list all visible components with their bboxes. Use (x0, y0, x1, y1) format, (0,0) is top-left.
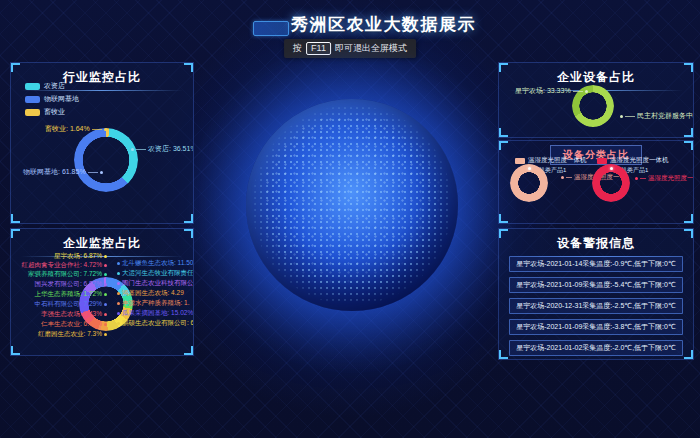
panel-enterprise-device: 企业设备占比 星宇农场: 33.33% 民主村党群服务中心: (498, 62, 694, 138)
legend-label: 物联网基地 (44, 94, 79, 104)
ent-label-left: 星宇农场: 6.87% (54, 252, 107, 261)
legend-swatch (597, 158, 607, 164)
legend-swatch (25, 109, 40, 116)
callout-xingyu-farm: 星宇农场: 33.33% (515, 86, 588, 96)
legend-item-nongzidian[interactable]: 农资店 (25, 81, 79, 91)
panel-device-alarms: 设备警报信息 星宇农场-2021-01-14采集温度:-0.9℃,低于下限:0℃… (498, 228, 694, 360)
alarm-row: 星宇农场-2021-01-09采集温度:-3.8℃,低于下限:0℃ (509, 319, 683, 335)
dashboard: 秀洲区农业大数据展示 按 F11 即可退出全屏模式 行业监控占比 农资店 物联网… (0, 0, 700, 438)
brand-logo (253, 21, 289, 36)
alarm-row: 星宇农场-2020-12-31采集温度:-2.5℃,低于下限:0℃ (509, 298, 683, 314)
industry-donut-chart[interactable] (74, 128, 138, 192)
page-title: 秀洲区农业大数据展示 (291, 13, 476, 36)
callout-minzhu-center: 民主村党群服务中心: (620, 111, 694, 121)
legend-label: 温湿度光照度一体机 (610, 156, 669, 165)
ent-label-left: 仁丰生态农业: 6.44% (41, 320, 107, 329)
alarm-list: 星宇农场-2021-01-14采集温度:-0.9℃,低于下限:0℃ 星宇农场-2… (509, 256, 683, 360)
legend-swatch (515, 158, 525, 164)
ent-label-left: 家骐养殖有限公司: 7.72% (28, 270, 107, 279)
legend-label: 畜牧业 (44, 107, 65, 117)
ent-label-left: 中石科有限公司: 7.29% (34, 300, 107, 309)
legend-swatch (25, 83, 40, 90)
panel-alarm-title: 设备警报信息 (499, 235, 693, 257)
ent-label-right: 北斗鳜鱼生态农场: 11.50% (117, 259, 194, 268)
ent-label-left: 红磨园生态农业: 7.3% (38, 330, 107, 339)
alarm-row: 星宇农场-2021-01-14采集温度:-0.9℃,低于下限:0℃ (509, 256, 683, 272)
ent-label-left: 上华生态养殖场: 1.72% (34, 290, 107, 299)
legend-label: 农资店 (44, 81, 65, 91)
ent-label-right: 陶门生态农业科技有限公 (117, 279, 194, 288)
alarm-row: 星宇农场-2021-01-02采集温度:-2.0℃,低于下限:0℃ (509, 340, 683, 356)
ent-label-right: 鸿基园生态农场: 4.29 (117, 289, 184, 298)
callout-wulianwang: 物联网基地: 61.85% (23, 167, 103, 177)
ent-label-left: 国兴发有限公司: 6.87% (34, 280, 107, 289)
panel-enterprise-monitoring: 企业监控占比 星宇农场: 6.87% 红超肉禽专业合作社: 4.72% 家骐养殖… (10, 228, 194, 356)
ent-label-right: 鹏硕生态农业有限公司: 6.87 (117, 319, 194, 328)
panel-industry-monitoring: 行业监控占比 农资店 物联网基地 畜牧业 畜牧业: 1.64% 农资店: 36.… (10, 62, 194, 224)
ent-label-right: 丰源水产种质养殖场: 1. (117, 299, 190, 308)
panel-device-classification: 设备分类占比 温湿度光照度一体机 一体机类产品1 温湿度光照度一 温湿度光照度一… (498, 140, 694, 224)
ent-label-right: 瓜果采摘园基地: 15.02% (117, 309, 193, 318)
legend-item-xumuye[interactable]: 畜牧业 (25, 107, 79, 117)
marker-dot (610, 167, 613, 170)
callout-xumuye: 畜牧业: 1.64% (45, 124, 107, 134)
globe-dot-map-layer2 (260, 113, 444, 297)
marker-dot (528, 167, 531, 170)
industry-legend: 农资店 物联网基地 畜牧业 (25, 81, 79, 117)
alarm-row: 星宇农场-2021-01-09采集温度:-5.4℃,低于下限:0℃ (509, 277, 683, 293)
legend-swatch (25, 96, 40, 103)
legend-label: 温湿度光照度一体机 (528, 156, 587, 165)
legend-item-wulianwang[interactable]: 物联网基地 (25, 94, 79, 104)
callout-nongzidian: 农资店: 36.51% (131, 144, 194, 154)
globe-visualization[interactable] (246, 99, 458, 311)
ent-label-left: 李强生态农场: 3.43% (41, 310, 107, 319)
ent-label-right: 大运河生态牧业有限责任公 (117, 269, 194, 278)
class-right-callout: 温湿度光照度一 (635, 174, 694, 183)
ent-label-left: 红超肉禽专业合作社: 4.72% (21, 261, 107, 270)
